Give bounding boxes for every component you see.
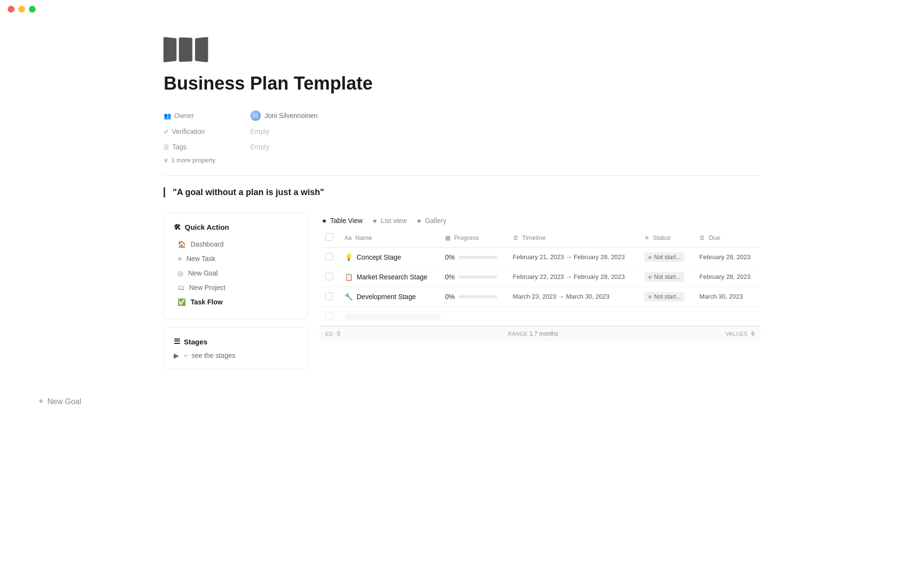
tab-gallery[interactable]: ★ Gallery	[414, 213, 454, 228]
sidebar-item-new-goal[interactable]: ◎ New Goal	[174, 266, 298, 280]
row3-checkbox[interactable]	[325, 292, 333, 300]
content-grid: 🛠 Quick Action 🏠 Dashboard ≡ New Task ◎ …	[164, 213, 760, 369]
footer-right: VALUES 6	[726, 330, 755, 337]
row3-timeline-cell: March 23, 2023 → March 30, 2023	[507, 287, 639, 307]
task-icon: ≡	[178, 255, 181, 263]
page-icon	[164, 38, 760, 62]
left-panel: 🛠 Quick Action 🏠 Dashboard ≡ New Task ◎ …	[164, 213, 308, 369]
row3-checkbox-cell[interactable]	[320, 287, 339, 307]
book-page-2	[179, 37, 192, 62]
stages-item[interactable]: ▶ ← see the stages	[174, 352, 298, 359]
table-row[interactable]: 🔧 Development Stage 0%	[320, 287, 760, 307]
timeline-th-icon: 🗓	[513, 235, 519, 241]
page-title: Business Plan Template	[164, 73, 760, 94]
row4-name-cell	[339, 307, 760, 326]
header-progress: ▦ Progress	[439, 228, 507, 248]
progress-bar-bg	[459, 276, 497, 278]
stages-icon: ☰	[174, 337, 180, 346]
row1-name-cell: 💡 Concept Stage	[339, 248, 439, 267]
sidebar-item-new-project[interactable]: 🗂 New Project	[174, 280, 298, 295]
property-verification[interactable]: ✔ Verification Empty	[164, 124, 760, 139]
tab-list-view[interactable]: ★ List view	[370, 213, 414, 228]
project-icon: 🗂	[178, 284, 184, 291]
header-checkbox[interactable]	[320, 228, 339, 248]
row2-status-badge: Not start...	[644, 272, 684, 282]
table-row[interactable]: 💡 Concept Stage 0%	[320, 248, 760, 267]
row2-icon: 📋	[345, 273, 353, 281]
row2-checkbox[interactable]	[325, 273, 333, 280]
quick-action-title: 🛠 Quick Action	[174, 223, 298, 231]
status-dot	[648, 256, 652, 259]
row3-status-badge: Not start...	[644, 292, 684, 302]
more-properties-toggle[interactable]: ∨ 1 more property	[164, 157, 760, 164]
header-due: 🗓 Due	[693, 228, 760, 248]
tags-value: Empty	[250, 143, 270, 151]
row4-checkbox[interactable]	[325, 312, 333, 319]
row1-checkbox[interactable]	[325, 253, 333, 261]
row2-status-cell: Not start...	[639, 267, 693, 287]
table-row[interactable]: 📋 Market Research Stage 0%	[320, 267, 760, 287]
footer-middle: RANGE 1.7 months	[508, 330, 558, 337]
row2-name-cell: 📋 Market Research Stage	[339, 267, 439, 287]
row3-name-cell: 🔧 Development Stage	[339, 287, 439, 307]
row1-status-badge: Not start...	[644, 252, 684, 262]
verification-value: Empty	[250, 128, 270, 135]
tab-table-view[interactable]: ★ Table View	[320, 213, 370, 228]
footer-left: ED 0	[325, 330, 340, 337]
row2-checkbox-cell[interactable]	[320, 267, 339, 287]
section-divider	[164, 175, 760, 176]
due-th-icon: 🗓	[699, 235, 705, 241]
star-icon-list: ★	[372, 217, 378, 224]
status-th-icon: ✳	[644, 235, 649, 241]
table-row[interactable]	[320, 307, 760, 326]
status-dot	[648, 276, 652, 279]
home-icon: 🏠	[178, 240, 186, 248]
name-th-icon: Aa	[345, 235, 352, 241]
select-all-checkbox[interactable]	[325, 233, 333, 241]
stages-panel: ☰ Stages ▶ ← see the stages	[164, 327, 308, 369]
sidebar-item-dashboard[interactable]: 🏠 Dashboard	[174, 237, 298, 251]
data-table: Aa Name ▦ Progress 🗓 Timeline ✳	[320, 228, 760, 326]
row4-checkbox-cell[interactable]	[320, 307, 339, 326]
stages-title: ☰ Stages	[174, 337, 298, 346]
main-content: Business Plan Template 👥 Owner JS Joni S…	[125, 18, 799, 389]
book-icon	[164, 38, 760, 62]
table-header-row: Aa Name ▦ Progress 🗓 Timeline ✳	[320, 228, 760, 248]
owner-icon: 👥	[164, 112, 171, 119]
header-name: Aa Name	[339, 228, 439, 248]
book-page-3	[195, 37, 208, 62]
row1-due-cell: February 28, 2023	[693, 248, 760, 267]
row3-status-cell: Not start...	[639, 287, 693, 307]
row1-timeline-cell: February 21, 2023 → February 28, 2023	[507, 248, 639, 267]
table-section: ★ Table View ★ List view ★ Gallery	[320, 213, 760, 341]
sidebar-item-task-flow[interactable]: ✅ Task Flow	[174, 295, 298, 309]
table-footer: ED 0 RANGE 1.7 months VALUES 6	[320, 326, 760, 341]
status-dot	[648, 295, 652, 299]
expand-icon: ▶	[174, 352, 179, 359]
row2-timeline-cell: February 22, 2023 → February 28, 2023	[507, 267, 639, 287]
new-goal-button[interactable]: + New Goal	[0, 389, 924, 414]
progress-bar-bg	[459, 256, 497, 259]
plus-icon: +	[38, 396, 44, 407]
quick-action-panel: 🛠 Quick Action 🏠 Dashboard ≡ New Task ◎ …	[164, 213, 308, 319]
book-page-1	[164, 37, 177, 62]
property-owner[interactable]: 👥 Owner JS Joni Silvennoinen	[164, 107, 760, 124]
verification-label: ✔ Verification	[164, 128, 250, 135]
tags-icon: ☰	[164, 144, 169, 151]
row3-due-cell: March 30, 2023	[693, 287, 760, 307]
property-tags[interactable]: ☰ Tags Empty	[164, 139, 760, 155]
row1-icon: 💡	[345, 253, 353, 261]
sidebar-item-new-task[interactable]: ≡ New Task	[174, 251, 298, 266]
view-tabs: ★ Table View ★ List view ★ Gallery	[320, 213, 760, 228]
quote-block: "A goal without a plan is just a wish"	[164, 187, 760, 197]
progress-th-icon: ▦	[445, 235, 450, 241]
row2-progress-cell: 0%	[439, 267, 507, 287]
row1-checkbox-cell[interactable]	[320, 248, 339, 267]
row1-progress-cell: 0%	[439, 248, 507, 267]
minimize-button[interactable]	[18, 6, 25, 13]
close-button[interactable]	[8, 6, 14, 13]
titlebar	[0, 0, 924, 18]
maximize-button[interactable]	[29, 6, 36, 13]
row3-progress-cell: 0%	[439, 287, 507, 307]
row3-icon: 🔧	[345, 293, 353, 301]
